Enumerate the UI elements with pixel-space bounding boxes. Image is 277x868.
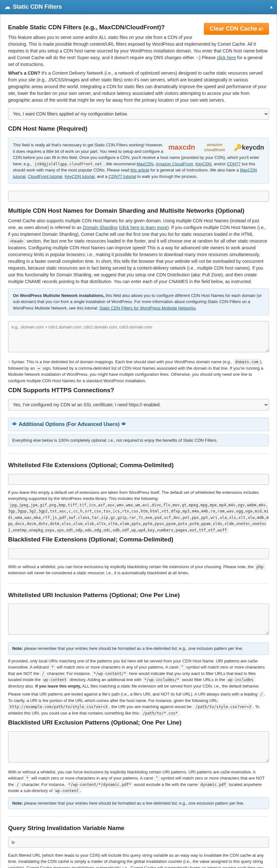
- keycdn-tutorial-link[interactable]: KeyCDN tutorial: [64, 174, 94, 179]
- this-article-link[interactable]: this article: [131, 167, 149, 173]
- whitelist-uri-desc: If provided, only local URIs matching on…: [8, 658, 269, 689]
- querystring-desc: Each filtered URL (which then leads to y…: [8, 852, 269, 868]
- cdn-logos: maxcdn amazoncloudfront 🔑keycdn: [168, 142, 264, 153]
- advanced-desc-box: Everything else below is 100% completely…: [8, 434, 269, 446]
- section-title-blacklist-ext: Blacklisted File Extensions (Optional; C…: [8, 535, 269, 544]
- tag-icon: 🏷: [259, 26, 263, 32]
- cloudfront-tutorial-link[interactable]: CloudFront tutorial: [28, 174, 62, 179]
- multiple-description: Comet Cache also supports multiple CDN H…: [8, 217, 269, 285]
- keycdn-logo: 🔑keycdn: [234, 143, 264, 152]
- whitelist-uri-note: Note: please remember that your entries …: [8, 643, 269, 655]
- whitelist-uri-textarea[interactable]: [8, 603, 269, 635]
- cloudfront-logo: amazoncloudfront: [204, 143, 225, 152]
- section-title-blacklist-uri: Blacklisted URI Exclusion Patterns (Opti…: [8, 718, 269, 727]
- panel-title: Static CDN Filters: [13, 3, 62, 11]
- multiple-hostnames-textarea[interactable]: [8, 321, 269, 352]
- chevron-up-icon[interactable]: ▴: [270, 4, 273, 10]
- divider: [8, 816, 269, 816]
- eye-icon: 👁: [121, 421, 126, 428]
- blacklist-uri-note: Note: please remember that your entries …: [8, 797, 269, 809]
- blacklist-ext-desc: With or without a whitelist, you can for…: [8, 564, 269, 576]
- click-here-link[interactable]: click here: [217, 55, 236, 60]
- domain-sharding-link[interactable]: Domain Sharding: [83, 225, 117, 230]
- hostname-info-panel: maxcdn amazoncloudfront 🔑keycdn This fie…: [8, 138, 269, 184]
- section-title-querystring: Query String Invalidation Variable Name: [8, 824, 269, 833]
- section-title-whitelist-ext: Whitelisted File Extensions (Optional; C…: [8, 461, 269, 470]
- eye-icon: 👁: [12, 421, 17, 428]
- maxcdn-logo: maxcdn: [168, 142, 195, 153]
- section-title-hostname: CDN Host Name (Required): [8, 124, 269, 133]
- blacklist-uri-desc: With or without a whitelist, you can for…: [8, 769, 269, 794]
- cloud-icon: ☁: [4, 3, 10, 11]
- learn-more-link[interactable]: click here to learn more: [120, 225, 167, 230]
- advanced-options-header[interactable]: 👁 Additional Options (For Advanced Users…: [8, 417, 269, 431]
- cloudfront-link[interactable]: Amazon CloudFront: [156, 161, 193, 166]
- https-select[interactable]: Yes, I've configured my CDN w/ an SSL ce…: [8, 399, 269, 410]
- cdn77-tutorial-link[interactable]: CDN77 tutorial: [109, 174, 136, 179]
- divider: [8, 453, 269, 454]
- whitelist-ext-input[interactable]: [8, 474, 269, 485]
- querystring-var-input[interactable]: [8, 837, 269, 848]
- whats-cdn-paragraph: What's a CDN? It's a Content Delivery Ne…: [8, 70, 269, 103]
- cdn77-link[interactable]: CDN77: [227, 161, 241, 166]
- clear-cdn-cache-button[interactable]: Clear CDN Cache🏷: [204, 23, 269, 35]
- section-title-whitelist-uri: Whitelisted URI Inclusion Patterns (Opti…: [8, 591, 269, 600]
- multisite-tutorial-link[interactable]: Static CDN Filters for WordPress Multisi…: [100, 306, 196, 310]
- enable-cdn-select[interactable]: Yes, I want CDN filters applied w/ my co…: [8, 108, 269, 120]
- whitelist-uri-desc2: Please note that URI patterns are tested…: [8, 691, 269, 716]
- panel-header[interactable]: ☁ Static CDN Filters ▴: [0, 0, 277, 14]
- enable-description: This feature allows you to serve some an…: [8, 34, 269, 68]
- syntax-note: ↑ Syntax: This is a line-delimited list …: [8, 359, 269, 384]
- blacklist-ext-input[interactable]: [8, 548, 269, 559]
- divider: [8, 583, 269, 584]
- maxcdn-link[interactable]: MaxCDN: [137, 161, 154, 166]
- section-title-https: CDN Supports HTTPS Connections?: [8, 386, 269, 395]
- section-title-multiple: Multiple CDN Host Names for Domain Shard…: [8, 206, 269, 216]
- multisite-info-box: On WordPress Multisite Network installat…: [8, 288, 269, 316]
- blacklist-uri-textarea[interactable]: [8, 731, 269, 763]
- keycdn-link[interactable]: KeyCDN: [195, 161, 212, 166]
- cdn-hostname-input[interactable]: [8, 191, 269, 202]
- whitelist-ext-desc: If you leave this empty a default set of…: [8, 489, 269, 533]
